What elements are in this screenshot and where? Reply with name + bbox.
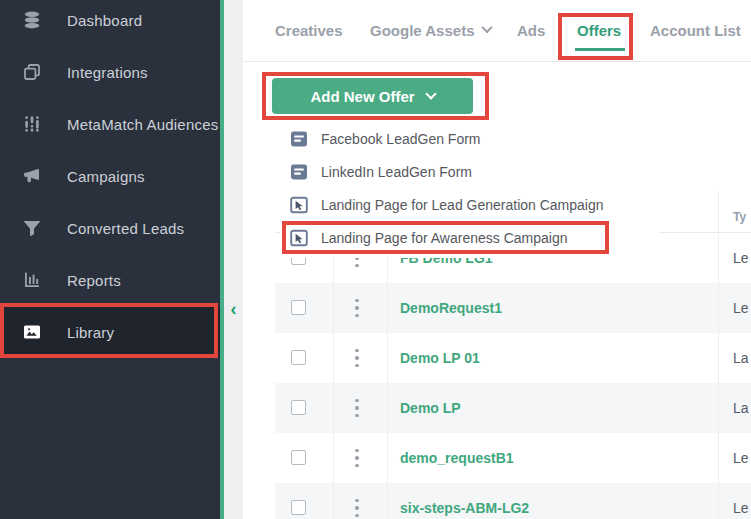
tab-ads[interactable]: Ads: [517, 22, 545, 39]
kebab-menu-icon[interactable]: [353, 399, 361, 417]
landing-page-icon: [290, 196, 308, 214]
table-row: six-steps-ABM-LG2 Le: [275, 483, 751, 519]
offer-name-link[interactable]: Demo LP: [400, 400, 461, 416]
sidebar-item-integrations[interactable]: Integrations: [0, 46, 220, 98]
dropdown-menu-item[interactable]: Landing Page for Lead Generation Campaig…: [281, 188, 659, 221]
sidebar-item-label: Campaigns: [67, 168, 145, 185]
funnel-icon: [22, 218, 42, 238]
sidebar: Dashboard Integrations MetaMatch Audienc…: [0, 0, 220, 519]
form-icon: [290, 130, 308, 148]
tab-bar: Creatives Google Assets Ads Offers Accou…: [243, 0, 751, 62]
table-column-divider: [718, 191, 719, 519]
offer-type-cell: Le: [733, 250, 749, 266]
offer-name-link[interactable]: six-steps-ABM-LG2: [400, 500, 529, 516]
sidebar-item-label: Converted Leads: [67, 220, 184, 237]
row-checkbox[interactable]: [291, 300, 306, 315]
tab-creatives[interactable]: Creatives: [275, 22, 343, 39]
landing-page-icon: [290, 229, 308, 247]
table-row: demo_requestB1 Le: [275, 433, 751, 483]
table-row: Demo LP La: [275, 383, 751, 433]
dropdown-item-label: Facebook LeadGen Form: [321, 131, 481, 147]
row-checkbox[interactable]: [291, 350, 306, 365]
kebab-menu-icon[interactable]: [353, 299, 361, 317]
tab-label: Ads: [517, 22, 545, 39]
row-checkbox[interactable]: [291, 450, 306, 465]
tab-label: Google Assets: [370, 22, 474, 39]
image-icon: [22, 322, 42, 342]
kebab-menu-icon[interactable]: [353, 449, 361, 467]
form-icon: [290, 163, 308, 181]
dropdown-item-label: Landing Page for Lead Generation Campaig…: [321, 197, 604, 213]
bar-chart-icon: [22, 270, 42, 290]
offer-type-cell: Le: [733, 500, 749, 516]
offer-name-link[interactable]: demo_requestB1: [400, 450, 514, 466]
sidebar-item-converted-leads[interactable]: Converted Leads: [0, 202, 220, 254]
sidebar-gutter: [224, 0, 243, 519]
add-offer-dropdown-menu: Facebook LeadGen Form LinkedIn LeadGen F…: [281, 122, 659, 258]
dropdown-item-label: LinkedIn LeadGen Form: [321, 164, 472, 180]
dropdown-menu-item[interactable]: Facebook LeadGen Form: [281, 122, 659, 155]
app-window: Dashboard Integrations MetaMatch Audienc…: [0, 0, 751, 519]
tab-google-assets[interactable]: Google Assets: [370, 22, 491, 39]
sidebar-item-dashboard[interactable]: Dashboard: [0, 0, 220, 46]
tab-offers[interactable]: Offers: [577, 22, 621, 39]
offer-name-link[interactable]: DemoRequest1: [400, 300, 502, 316]
sidebar-item-reports[interactable]: Reports: [0, 254, 220, 306]
offer-name-link[interactable]: Demo LP 01: [400, 350, 480, 366]
dropdown-menu-item[interactable]: LinkedIn LeadGen Form: [281, 155, 659, 188]
sidebar-menu: Dashboard Integrations MetaMatch Audienc…: [0, 0, 220, 358]
sidebar-item-label: MetaMatch Audiences: [67, 116, 218, 133]
chevron-down-icon: [425, 88, 436, 99]
sidebar-item-label: Integrations: [67, 64, 148, 81]
offer-type-cell: La: [733, 350, 749, 366]
audiences-icon: [22, 114, 42, 134]
sidebar-collapse-button[interactable]: ‹: [224, 299, 243, 321]
tab-label: Creatives: [275, 22, 343, 39]
database-icon: [22, 10, 42, 30]
offers-table: FB Demo LG1 Le DemoRequest1 Le Demo LP 0…: [275, 233, 751, 519]
kebab-menu-icon[interactable]: [353, 499, 361, 517]
sidebar-item-label: Dashboard: [67, 12, 142, 29]
tab-label: Account List: [650, 22, 741, 39]
sidebar-item-label: Reports: [67, 272, 121, 289]
offer-type-cell: Le: [733, 450, 749, 466]
sidebar-item-campaigns[interactable]: Campaigns: [0, 150, 220, 202]
table-column-divider: [387, 233, 388, 519]
row-checkbox[interactable]: [291, 500, 306, 515]
sidebar-item-label: Library: [67, 324, 114, 341]
kebab-menu-icon[interactable]: [353, 349, 361, 367]
tab-label: Offers: [577, 22, 621, 39]
tab-account-list[interactable]: Account List: [650, 22, 741, 39]
sidebar-item-library[interactable]: Library: [0, 306, 220, 358]
megaphone-icon: [22, 166, 42, 186]
dropdown-menu-item[interactable]: Landing Page for Awareness Campaign: [281, 221, 659, 254]
chevron-down-icon: [482, 22, 493, 33]
integrations-icon: [22, 62, 42, 82]
row-checkbox[interactable]: [291, 400, 306, 415]
table-type-column-header: Ty: [733, 210, 746, 224]
sidebar-item-metamatch-audiences[interactable]: MetaMatch Audiences: [0, 98, 220, 150]
table-row: Demo LP 01 La: [275, 333, 751, 383]
add-new-offer-label: Add New Offer: [310, 88, 414, 105]
table-column-divider: [333, 233, 334, 519]
offer-type-cell: La: [733, 400, 749, 416]
dropdown-item-label: Landing Page for Awareness Campaign: [321, 230, 567, 246]
add-new-offer-button[interactable]: Add New Offer: [272, 78, 473, 114]
offer-type-cell: Le: [733, 300, 749, 316]
table-row: DemoRequest1 Le: [275, 283, 751, 333]
